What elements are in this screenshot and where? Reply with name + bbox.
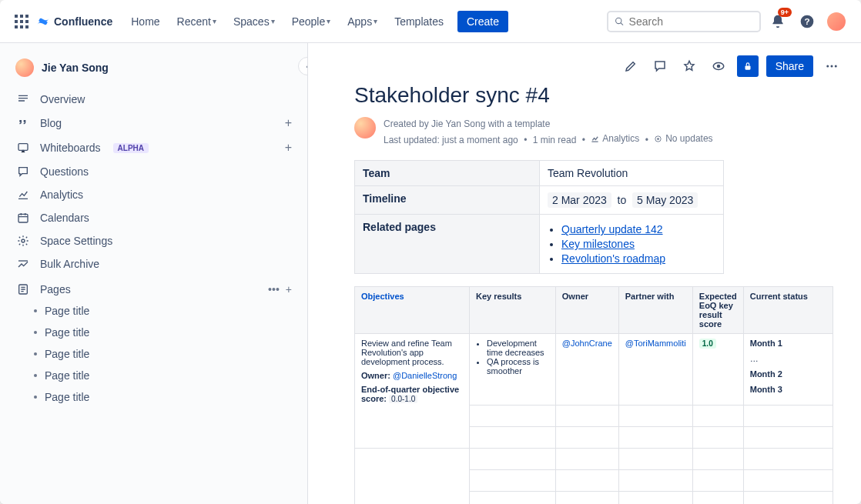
add-icon[interactable]: +: [285, 141, 292, 155]
table-row: Review and refine Team Revolution's app …: [355, 334, 833, 406]
info-value: Quarterly update 142 Key milestones Revo…: [540, 215, 724, 274]
more-actions-icon[interactable]: [821, 55, 843, 77]
author-avatar[interactable]: [354, 117, 376, 139]
page-link[interactable]: Page title: [9, 300, 298, 322]
nav-people[interactable]: People▾: [286, 11, 337, 32]
page-link[interactable]: Page title: [9, 365, 298, 386]
col-header: Owner: [555, 287, 618, 334]
search-input[interactable]: [629, 15, 753, 28]
nav-apps[interactable]: Apps▾: [341, 11, 384, 32]
sidebar-item-blog[interactable]: Blog +: [9, 111, 298, 135]
last-updated-text: Last updated: just a moment ago: [384, 135, 518, 145]
sidebar-item-analytics[interactable]: Analytics: [9, 183, 298, 206]
table-row: Related pages Quarterly update 142 Key m…: [355, 215, 724, 274]
brand-name: Confluence: [54, 15, 112, 28]
svg-rect-6: [15, 25, 18, 28]
watch-icon[interactable]: [708, 55, 729, 77]
notifications-icon[interactable]: 9+: [766, 9, 790, 34]
svg-rect-4: [20, 20, 23, 23]
create-button[interactable]: Create: [457, 11, 508, 32]
user-mention[interactable]: @ToriMammoliti: [625, 339, 686, 348]
status-cell: Month 1 … Month 2 Month 3: [743, 334, 833, 406]
info-label: Related pages: [355, 215, 540, 274]
app-switcher-icon[interactable]: [12, 12, 31, 31]
analytics-link[interactable]: Analytics: [591, 132, 639, 146]
target-icon: [654, 135, 662, 143]
notification-badge: 9+: [778, 8, 792, 17]
chart-icon: [591, 135, 599, 143]
page-link[interactable]: Page title: [9, 322, 298, 343]
confluence-logo[interactable]: Confluence: [35, 14, 112, 29]
overview-icon: [15, 93, 31, 105]
share-button[interactable]: Share: [766, 55, 813, 77]
nav-recent[interactable]: Recent▾: [171, 11, 223, 32]
nav-home[interactable]: Home: [125, 11, 166, 32]
add-icon[interactable]: +: [285, 116, 292, 130]
sidebar-item-bulk-archive[interactable]: Bulk Archive: [9, 252, 298, 275]
svg-rect-13: [18, 144, 28, 151]
page-toolbar: Share: [620, 55, 843, 77]
page-title: Stakeholder sync #4: [354, 83, 833, 108]
info-table: Team Team Revolution Timeline 2 Mar 2023…: [354, 160, 724, 274]
restrictions-icon[interactable]: [737, 55, 759, 77]
date-chip: 2 Mar 2023: [548, 192, 611, 208]
svg-rect-1: [20, 15, 23, 18]
pages-icon: [15, 283, 31, 295]
sidebar-item-questions[interactable]: Questions: [9, 160, 298, 183]
sidebar-item-overview[interactable]: Overview: [9, 88, 298, 111]
search-box[interactable]: [607, 11, 761, 32]
svg-text:?: ?: [804, 16, 809, 26]
star-icon[interactable]: [678, 55, 700, 77]
svg-rect-14: [18, 214, 28, 222]
related-page-link[interactable]: Key milestones: [561, 238, 635, 250]
add-page-icon[interactable]: +: [286, 283, 292, 295]
sidebar-item-space-settings[interactable]: Space Settings: [9, 229, 298, 252]
col-header: Key results: [470, 287, 556, 334]
related-page-link[interactable]: Quarterly update 142: [561, 223, 663, 235]
page-link[interactable]: Page title: [9, 343, 298, 365]
col-header: Expected EoQ key result score: [692, 287, 743, 334]
space-header[interactable]: Jie Yan Song: [0, 52, 307, 88]
user-mention[interactable]: @JohnCrane: [562, 339, 612, 348]
date-chip: 5 May 2023: [632, 192, 698, 208]
sidebar-item-calendars[interactable]: Calendars: [9, 206, 298, 229]
chart-icon: [15, 189, 31, 201]
svg-point-18: [716, 65, 720, 68]
edit-icon[interactable]: [620, 55, 642, 77]
info-label: Team: [355, 161, 540, 186]
profile-avatar[interactable]: [824, 9, 849, 34]
chevron-down-icon: ▾: [271, 17, 275, 25]
space-avatar: [15, 58, 34, 77]
user-mention[interactable]: @DanielleStrong: [393, 371, 457, 380]
archive-icon: [15, 258, 31, 270]
pages-section-header[interactable]: Pages ••• +: [0, 275, 307, 300]
related-page-link[interactable]: Revolution's roadmap: [561, 252, 665, 265]
search-icon: [615, 16, 625, 27]
space-name: Jie Yan Song: [42, 62, 109, 74]
help-icon[interactable]: ?: [795, 9, 819, 34]
nav-templates[interactable]: Templates: [388, 11, 450, 32]
col-header: Partner with: [618, 287, 692, 334]
score-cell: 1.0: [692, 334, 743, 406]
main-content: Share Stakeholder sync #4 Created by Jie…: [308, 43, 861, 504]
alpha-badge: ALPHA: [113, 143, 149, 153]
chevron-down-icon: ▾: [213, 17, 216, 25]
more-icon[interactable]: •••: [268, 283, 280, 295]
col-header: Current status: [743, 287, 833, 334]
sidebar-item-whiteboards[interactable]: Whiteboards ALPHA +: [9, 135, 298, 160]
comment-icon[interactable]: [649, 55, 671, 77]
nav-spaces[interactable]: Spaces▾: [227, 11, 281, 32]
sidebar: ‹ Jie Yan Song Overview Blog + Whiteboar…: [0, 43, 308, 504]
svg-rect-3: [15, 20, 18, 23]
svg-rect-19: [745, 65, 750, 69]
no-updates-link[interactable]: No updates: [654, 132, 712, 146]
objectives-table: Objectives Key results Owner Partner wit…: [354, 286, 833, 504]
svg-line-10: [621, 22, 623, 25]
page-link[interactable]: Page title: [9, 386, 298, 408]
table-row: [355, 449, 833, 470]
chevron-down-icon: ▾: [327, 17, 330, 25]
chat-icon: [15, 165, 31, 178]
top-navigation: Confluence Home Recent▾ Spaces▾ People▾ …: [0, 0, 861, 43]
page-byline: Created by Jie Yan Song with a template …: [354, 117, 833, 148]
svg-point-20: [826, 65, 829, 68]
